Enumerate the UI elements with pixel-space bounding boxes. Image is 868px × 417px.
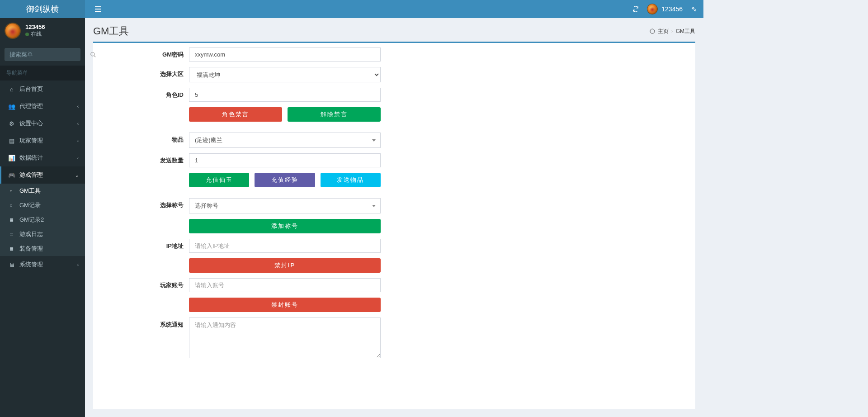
content-box: GM密码 选择大区 福满乾坤 角色ID [93,42,695,409]
status-text: 在线 [31,30,42,38]
list-icon: ≣ [9,246,17,252]
refresh-button[interactable] [632,6,639,12]
app-logo: 御剑纵横 [0,0,85,18]
user-status: 在线 [25,30,45,38]
chevron-left-icon: ‹ [77,138,79,143]
cogs-icon: ⚙ [8,120,16,127]
sidebar-item-agent[interactable]: 👥 代理管理 ‹ [0,98,85,115]
ip-label: IP地址 [99,239,189,253]
nav-label: GM记录2 [19,216,44,224]
online-dot-icon [25,33,29,36]
gm-password-input[interactable] [189,47,381,62]
chart-icon: 📊 [8,155,16,161]
circle-icon: ○ [9,188,17,194]
gm-password-label: GM密码 [99,47,189,62]
search-input[interactable] [5,48,90,61]
svg-rect-2 [95,6,101,7]
ban-ip-button[interactable]: 禁封IP [189,258,381,273]
breadcrumb-sep: › [671,28,673,34]
unban-role-button[interactable]: 解除禁言 [288,107,381,122]
ban-role-button[interactable]: 角色禁言 [189,107,282,122]
sidebar-item-players[interactable]: ▤ 玩家管理 ‹ [0,132,85,149]
ban-account-button[interactable]: 禁封账号 [189,298,381,312]
role-id-label: 角色ID [99,88,189,102]
search-icon [90,52,96,58]
nav-header: 导航菜单 [0,66,85,81]
svg-line-1 [94,55,96,57]
svg-rect-4 [95,11,101,12]
avatar [647,4,658,14]
sidebar-item-system[interactable]: 🖥 系统管理 ‹ [0,256,85,273]
chevron-left-icon: ‹ [77,156,79,161]
sidebar-item-stats[interactable]: 📊 数据统计 ‹ [0,149,85,166]
sub-game-log[interactable]: ≣游戏日志 [0,227,85,242]
send-item-button[interactable]: 发送物品 [321,173,381,187]
nav-label: 设置中心 [19,119,43,128]
breadcrumb-home[interactable]: 主页 [658,28,669,35]
sidebar-item-home[interactable]: ⌂ 后台首页 [0,81,85,98]
account-label: 玩家账号 [99,278,189,292]
topbar-user[interactable]: 123456 [647,4,683,14]
hamburger-toggle[interactable] [91,5,105,14]
refresh-icon [632,6,639,12]
add-title-button[interactable]: 添加称号 [189,219,381,233]
zone-select[interactable]: 福满乾坤 [189,67,381,82]
sidebar-username: 123456 [25,24,45,30]
nav-label: 游戏日志 [19,230,43,238]
qty-label: 发送数量 [99,153,189,167]
chevron-left-icon: ‹ [77,262,79,267]
avatar [5,23,21,39]
ip-input[interactable] [189,239,381,253]
list-icon: ≣ [9,232,17,237]
list-icon: ≣ [9,217,17,223]
svg-rect-3 [95,9,101,9]
nav-label: 系统管理 [19,261,43,269]
page-title: GM工具 [93,24,129,38]
settings-button[interactable] [691,6,697,12]
topbar-username: 123456 [661,5,683,13]
svg-point-5 [693,8,694,9]
bars-icon [95,6,101,12]
users-icon: 👥 [8,103,16,110]
svg-point-0 [91,52,94,56]
account-input[interactable] [189,278,381,292]
sidebar-item-game[interactable]: 🎮 游戏管理 ⌄ ○GM工具 ○GM记录 ≣GM记录2 ≣游戏日志 ≣装备管理 [0,166,85,256]
sub-gm-record[interactable]: ○GM记录 [0,198,85,213]
nav-label: 数据统计 [19,154,43,162]
home-icon: ⌂ [8,86,16,93]
chevron-down-icon: ⌄ [75,173,79,178]
notice-textarea[interactable] [189,317,381,358]
breadcrumb: 主页 › GM工具 [650,28,695,35]
gamepad-icon: 🎮 [8,172,16,179]
title-select[interactable]: 选择称号 [189,198,381,213]
item-select[interactable]: (足迹)幽兰 [189,133,381,148]
item-label: 物品 [99,133,189,148]
user-panel: 123456 在线 [0,18,85,43]
nav-label: 游戏管理 [19,171,43,179]
sidebar-search [0,43,85,66]
sub-gm-record2[interactable]: ≣GM记录2 [0,213,85,227]
dashboard-icon [650,28,655,34]
role-id-input[interactable] [189,88,381,102]
qty-input[interactable] [189,153,381,167]
search-button[interactable] [90,48,96,61]
sidebar-item-settings[interactable]: ⚙ 设置中心 ‹ [0,115,85,132]
notice-label: 系统通知 [99,317,189,360]
nav-menu: ⌂ 后台首页 👥 代理管理 ‹ ⚙ 设置中心 ‹ [0,81,85,273]
title-label: 选择称号 [99,198,189,213]
sub-gm-tool[interactable]: ○GM工具 [0,184,85,198]
nav-label: 代理管理 [19,102,43,110]
sidebar: 御剑纵横 123456 在线 导航菜单 ⌂ [0,0,85,417]
zone-label: 选择大区 [99,67,189,82]
recharge-exp-button[interactable]: 充值经验 [255,173,315,187]
recharge-jade-button[interactable]: 充值仙玉 [189,173,249,187]
nav-label: 后台首页 [19,85,43,93]
breadcrumb-current: GM工具 [676,28,695,35]
nav-label: GM记录 [19,201,41,209]
note-icon: ▤ [8,137,16,144]
content-header: GM工具 主页 › GM工具 [85,18,703,42]
nav-label: 装备管理 [19,245,43,253]
chevron-left-icon: ‹ [77,121,79,126]
gears-icon [691,6,697,12]
sub-equip-mgmt[interactable]: ≣装备管理 [0,242,85,256]
